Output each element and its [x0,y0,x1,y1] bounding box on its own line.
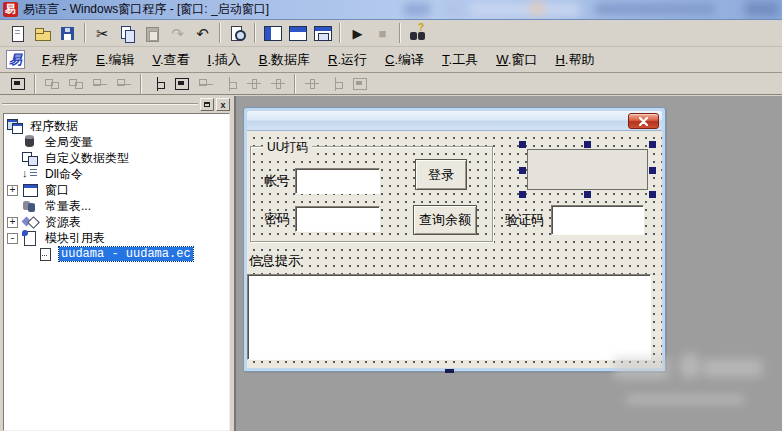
tree-item-resources[interactable]: + 资源表 [7,214,229,230]
stop-button[interactable]: ■ [370,21,395,45]
space-down-icon [222,77,238,91]
login-button[interactable]: 登录 [415,159,467,190]
stop-square-icon: ■ [379,27,387,40]
layout-top-icon [289,26,307,41]
same-height-button[interactable] [324,74,348,94]
selection-handle[interactable] [649,141,656,148]
same-width-button[interactable] [300,74,324,94]
menu-run[interactable]: R.运行 [319,47,376,73]
form-designer-button[interactable] [6,74,30,94]
expand-plus-icon[interactable]: + [7,185,18,196]
designed-form-body[interactable]: UU打码 帐号 密码 登录 查询余额 [247,131,662,368]
menu-edit[interactable]: E.编辑 [87,47,143,73]
collapse-minus-icon[interactable]: - [7,233,18,244]
info-output-box[interactable] [247,274,651,360]
paste-button[interactable] [140,21,165,45]
resources-icon [22,215,38,229]
selection-handle[interactable] [584,141,591,148]
tree-item-constants[interactable]: 常量表... [7,198,229,214]
tree-root[interactable]: 程序数据 [7,118,229,134]
tree-item-uudama-module[interactable]: uudama - uudama.ec [7,246,229,262]
copy-button[interactable] [115,21,140,45]
save-button[interactable] [55,21,80,45]
toolbar-separator [294,74,296,94]
selection-handle[interactable] [519,167,526,174]
toolbar-separator [84,23,86,43]
search-in-files-button[interactable] [405,21,430,45]
align-right-button[interactable] [64,74,88,94]
menu-insert[interactable]: I.插入 [199,47,250,73]
tree-item-module-references[interactable]: - 模块引用表 [7,230,229,246]
menu-help[interactable]: H.帮助 [546,47,603,73]
selection-handle[interactable] [649,167,656,174]
redo-button[interactable]: ↷ [165,21,190,45]
tree-item-label: Dll命令 [43,166,85,183]
designed-form-close-button[interactable] [628,113,659,129]
panel-close-button[interactable]: x [216,98,230,111]
panel-grip[interactable] [2,103,198,105]
selection-handle[interactable] [519,191,526,198]
space-down-button[interactable] [218,74,242,94]
layout-left-panel-button[interactable] [260,21,285,45]
captcha-picture-box-selected[interactable] [527,149,648,190]
tree-item-dll-commands[interactable]: Dll命令 [7,166,229,182]
menu-database[interactable]: B.数据库 [250,47,319,73]
equal-horizontal-gap-icon [246,77,262,91]
undo-button[interactable]: ↶ [190,21,215,45]
new-file-button[interactable] [5,21,30,45]
tree-item-label-selected: uudama - uudama.ec [59,247,193,261]
center-vertical-button[interactable] [170,74,194,94]
menu-hotkey: E [96,52,105,67]
menu-view[interactable]: V.查看 [143,47,198,73]
tree-item-label: 全局变量 [43,134,95,151]
account-input[interactable] [295,168,380,194]
equal-horizontal-gap-button[interactable] [242,74,266,94]
expand-plus-icon[interactable]: + [7,217,18,228]
form-resize-grip[interactable] [445,369,454,373]
space-across-button[interactable] [194,74,218,94]
align-bottom-icon [116,77,132,91]
panel-restore-button[interactable] [200,98,214,111]
toolbar-separator [219,23,221,43]
menu-program[interactable]: F.程序 [33,47,87,73]
center-horizontal-icon [150,77,166,91]
layout-top-panel-button[interactable] [285,21,310,45]
designed-form-window[interactable]: UU打码 帐号 密码 登录 查询余额 [243,107,666,372]
align-left-button[interactable] [40,74,64,94]
tree-item-custom-datatypes[interactable]: 自定义数据类型 [7,150,229,166]
window-titlebar: 易 易语言 - Windows窗口程序 - [窗口: _启动窗口] [0,0,782,20]
selection-handle[interactable] [584,191,591,198]
equal-vertical-gap-button[interactable] [266,74,290,94]
designed-form-titlebar[interactable] [247,111,662,131]
project-tree: 程序数据 全局变量 自定义数据类型 Dll命令 + 窗口 常量表... [3,113,230,431]
same-size-button[interactable] [348,74,372,94]
uu-dama-groupbox[interactable]: UU打码 帐号 密码 登录 查询余额 [250,146,493,242]
paste-icon [144,25,161,42]
find-button[interactable] [225,21,250,45]
constants-icon [22,199,38,213]
find-magnifier-icon [229,25,246,42]
captcha-input[interactable] [551,205,644,235]
align-top-button[interactable] [88,74,112,94]
menu-tools[interactable]: T.工具 [433,47,487,73]
menu-bar: 易 F.程序 E.编辑 V.查看 I.插入 B.数据库 R.运行 C.编译 T.… [0,47,782,73]
run-button[interactable]: ▶ [345,21,370,45]
info-label: 信息提示 [249,252,301,270]
tree-item-label: 资源表 [43,214,83,231]
tree-item-global-variables[interactable]: 全局变量 [7,134,229,150]
selection-handle[interactable] [519,141,526,148]
tree-item-windows[interactable]: + 窗口 [7,182,229,198]
menu-window[interactable]: W.窗口 [487,47,546,73]
selection-handle[interactable] [649,191,656,198]
toolbar-separator [34,74,36,94]
cut-button[interactable]: ✂ [90,21,115,45]
open-file-button[interactable] [30,21,55,45]
center-horizontal-button[interactable] [146,74,170,94]
layout-split-panel-button[interactable] [310,21,335,45]
password-input[interactable] [295,206,380,232]
modules-icon [22,231,38,245]
main-area: x 程序数据 全局变量 自定义数据类型 Dll命令 + 窗口 [0,96,782,431]
align-bottom-button[interactable] [112,74,136,94]
menu-compile[interactable]: C.编译 [376,47,433,73]
check-balance-button[interactable]: 查询余额 [413,205,477,235]
